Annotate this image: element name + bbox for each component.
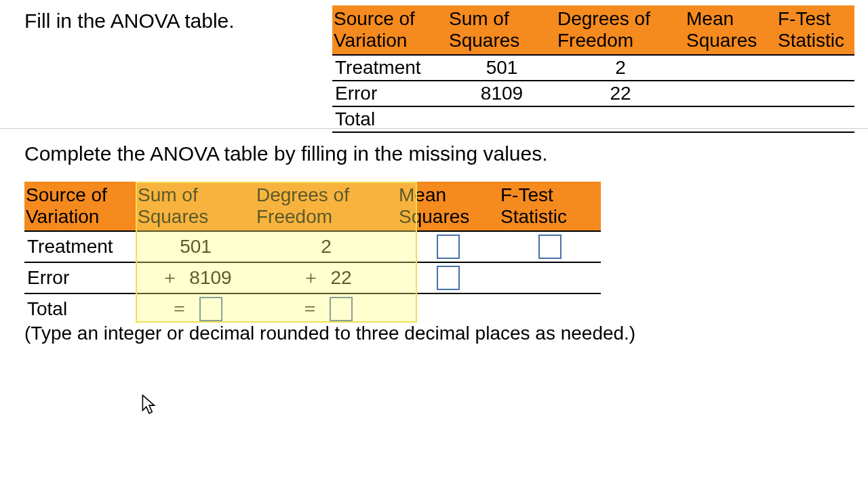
table-row: Error + 8109 + 22	[24, 262, 601, 293]
col-ms: Mean Squares	[685, 5, 776, 55]
cell-ms	[685, 81, 776, 106]
col-ss: Sum of Squares	[136, 182, 255, 231]
input-total-df[interactable]	[330, 297, 353, 321]
cell-source: Total	[24, 293, 136, 324]
col-source: Source of Variation	[24, 182, 136, 231]
cell-source: Treatment	[332, 55, 448, 81]
table-row: Total = =	[24, 293, 601, 324]
cell-ms	[397, 293, 499, 324]
cell-f	[499, 293, 601, 324]
value-error-df: 22	[330, 267, 351, 289]
cell-f	[499, 231, 601, 262]
cell-ms	[685, 55, 776, 81]
input-error-ms[interactable]	[437, 266, 460, 290]
cursor-icon	[141, 394, 157, 415]
input-treatment-ms[interactable]	[437, 235, 460, 259]
col-f: F-Test Statistic	[499, 182, 601, 231]
col-ss: Sum of Squares	[448, 5, 556, 55]
col-f: F-Test Statistic	[776, 5, 854, 55]
equals-icon: =	[300, 298, 320, 321]
cell-ss: + 8109	[136, 262, 255, 293]
col-ms: Mean Squares	[397, 182, 499, 231]
answer-anova-table: Source of Variation Sum of Squares Degre…	[24, 182, 601, 324]
cell-f	[776, 81, 854, 106]
table-row: Treatment 501 2	[24, 231, 601, 262]
cell-source: Total	[332, 106, 448, 132]
cell-df: + 22	[255, 262, 397, 293]
cell-source: Error	[24, 262, 136, 293]
cell-df	[556, 106, 685, 132]
cell-f	[776, 55, 854, 81]
cell-f	[499, 262, 601, 293]
cell-ss: 8109	[448, 81, 556, 106]
cell-df: 2	[255, 231, 397, 262]
instruction-mid: Complete the ANOVA table by filling in t…	[24, 142, 548, 165]
cell-source: Treatment	[24, 231, 136, 262]
cell-ms	[397, 231, 499, 262]
cell-source: Error	[332, 81, 448, 106]
table-row: Total	[332, 106, 854, 132]
cell-df: =	[255, 293, 397, 324]
input-total-ss[interactable]	[199, 297, 222, 321]
cell-ss: 501	[136, 231, 255, 262]
cell-f	[776, 106, 854, 132]
col-df: Degrees of Freedom	[556, 5, 685, 55]
table-row: Error 8109 22	[332, 81, 854, 106]
cell-ms	[685, 106, 776, 132]
cell-df: 2	[556, 55, 685, 81]
table-row: Treatment 501 2	[332, 55, 854, 81]
hint-text: (Type an integer or decimal rounded to t…	[24, 323, 635, 344]
cell-df: 22	[556, 81, 685, 106]
cell-ms	[397, 262, 499, 293]
plus-icon: +	[159, 266, 180, 289]
plus-icon: +	[300, 266, 321, 289]
input-treatment-f[interactable]	[538, 235, 561, 259]
equals-icon: =	[170, 298, 190, 321]
cell-ss: 501	[448, 55, 556, 81]
cell-ss: =	[136, 293, 255, 324]
col-df: Degrees of Freedom	[255, 182, 397, 231]
col-source: Source of Variation	[332, 5, 448, 55]
instruction-top: Fill in the ANOVA table.	[24, 9, 235, 33]
given-anova-table: Source of Variation Sum of Squares Degre…	[332, 5, 854, 133]
cell-ss	[448, 106, 556, 132]
value-error-ss: 8109	[189, 267, 231, 289]
